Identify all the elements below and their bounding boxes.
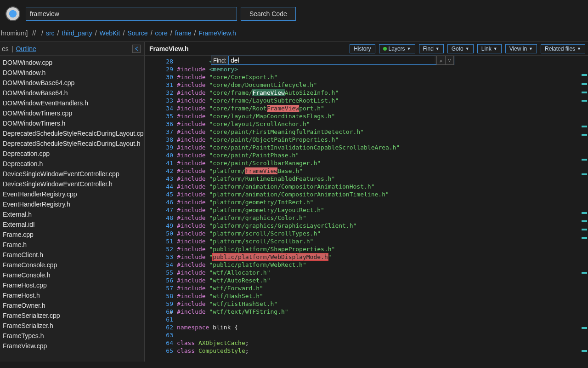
related-files-button[interactable]: Related files▼ — [541, 44, 585, 53]
file-item[interactable]: DOMWindowEventHandlers.h — [0, 98, 144, 108]
find-input[interactable] — [229, 56, 435, 64]
file-item[interactable]: External.h — [0, 209, 144, 219]
minimap-marker[interactable] — [582, 350, 587, 352]
file-item[interactable]: FrameOwner.h — [0, 300, 144, 310]
file-item[interactable]: FrameConsole.h — [0, 270, 144, 280]
find-nav: ʌ v — [436, 56, 454, 65]
file-item[interactable]: External.idl — [0, 219, 144, 230]
file-list: DOMWindow.cppDOMWindow.hDOMWindowBase64.… — [0, 56, 144, 362]
file-item[interactable]: DeviceSingleWindowEventController.cpp — [0, 169, 144, 179]
file-item[interactable]: FrameSerializer.h — [0, 321, 144, 331]
file-item[interactable]: EventHandlerRegistry.h — [0, 199, 144, 209]
code-header: FrameView.h History Layers▼ Find▼ Goto▼ … — [145, 42, 588, 56]
minimap-marker[interactable] — [582, 74, 587, 76]
svg-rect-0 — [134, 46, 139, 51]
history-button[interactable]: History — [350, 44, 375, 53]
minimap-marker[interactable] — [582, 220, 587, 222]
breadcrumb-part[interactable]: third_party — [62, 29, 92, 37]
layers-button[interactable]: Layers▼ — [379, 44, 415, 53]
minimap-marker[interactable] — [582, 272, 587, 274]
breadcrumb-root: hromium] — [1, 29, 28, 37]
file-item[interactable]: DOMWindowTimers.cpp — [0, 108, 144, 118]
sidebar-header: es | Outline — [0, 42, 144, 56]
breadcrumb-part[interactable]: frame — [175, 29, 192, 37]
link-button[interactable]: Link▼ — [477, 44, 502, 53]
minimap-marker[interactable] — [582, 229, 587, 230]
chromium-logo[interactable] — [4, 5, 22, 23]
search-input[interactable] — [26, 7, 237, 21]
collapse-panel-icon[interactable] — [132, 45, 141, 53]
file-item[interactable]: DOMWindowBase64.h — [0, 88, 144, 98]
file-item[interactable]: DOMWindowBase64.cpp — [0, 78, 144, 88]
file-item[interactable]: FrameConsole.cpp — [0, 260, 144, 270]
find-button[interactable]: Find▼ — [419, 44, 444, 53]
file-item[interactable]: FrameView.cpp — [0, 341, 144, 351]
file-item[interactable]: FrameTypes.h — [0, 331, 144, 341]
minimap-marker[interactable] — [582, 100, 587, 102]
minimap-marker[interactable] — [582, 159, 587, 161]
file-item[interactable]: FrameHost.cpp — [0, 280, 144, 290]
breadcrumb: hromium] ///src/third_party/WebKit/Sourc… — [0, 28, 588, 41]
file-item[interactable]: DOMWindow.cpp — [0, 58, 144, 68]
file-item[interactable]: FrameClient.h — [0, 250, 144, 260]
top-bar: Search Code — [0, 0, 588, 28]
minimap-marker[interactable] — [582, 327, 587, 329]
file-item[interactable]: DOMWindow.h — [0, 68, 144, 78]
file-item[interactable]: FrameHost.h — [0, 290, 144, 300]
sidebar-tab-files[interactable]: es — [2, 45, 9, 52]
minimap-marker[interactable] — [582, 92, 587, 93]
breadcrumb-part[interactable]: core — [155, 29, 168, 37]
breadcrumb-part[interactable]: FrameView.h — [198, 29, 236, 37]
file-item[interactable]: DeprecatedScheduleStyleRecalcDuringLayou… — [0, 138, 144, 149]
find-label: Find: — [211, 56, 229, 64]
status-dot-icon — [383, 47, 387, 51]
file-item[interactable]: Frame.cpp — [0, 230, 144, 240]
file-item[interactable]: DeprecatedScheduleStyleRecalcDuringLayou… — [0, 128, 144, 138]
minimap[interactable] — [581, 56, 588, 362]
file-item[interactable]: FrameSerializer.cpp — [0, 310, 144, 321]
sidebar-tab-outline[interactable]: Outline — [16, 45, 36, 52]
main-area: es | Outline DOMWindow.cppDOMWindow.hDOM… — [0, 41, 588, 362]
minimap-marker[interactable] — [582, 237, 587, 239]
minimap-marker[interactable] — [582, 173, 587, 175]
find-next-button[interactable]: v — [445, 56, 453, 64]
minimap-marker[interactable] — [582, 212, 587, 214]
minimap-marker[interactable] — [582, 134, 587, 136]
file-title: FrameView.h — [149, 45, 189, 52]
file-item[interactable]: Deprecation.h — [0, 159, 144, 169]
breadcrumb-part[interactable]: src — [46, 29, 55, 37]
line-gutter: 2829303132333435363738394041424344454647… — [145, 56, 177, 362]
chromium-icon — [6, 6, 20, 21]
code-content[interactable]: <memory>#include <memory>#include "core/… — [177, 56, 588, 362]
file-item[interactable]: DeviceSingleWindowEventController.h — [0, 179, 144, 189]
minimap-marker[interactable] — [582, 126, 587, 127]
file-item[interactable]: EventHandlerRegistry.cpp — [0, 189, 144, 199]
code-panel: FrameView.h History Layers▼ Find▼ Goto▼ … — [145, 42, 588, 362]
breadcrumb-part[interactable]: WebKit — [100, 29, 120, 37]
file-item[interactable]: Frame.h — [0, 240, 144, 250]
search-code-button[interactable]: Search Code — [241, 7, 296, 21]
find-prev-button[interactable]: ʌ — [437, 56, 445, 64]
file-item[interactable]: Deprecation.cpp — [0, 149, 144, 159]
goto-button[interactable]: Goto▼ — [447, 44, 474, 53]
breadcrumb-part[interactable]: Source — [127, 29, 147, 37]
sidebar: es | Outline DOMWindow.cppDOMWindow.hDOM… — [0, 42, 145, 362]
find-bar: Find: ʌ v — [211, 56, 454, 65]
code-area: 2829303132333435363738394041424344454647… — [145, 56, 588, 362]
file-item[interactable]: DOMWindowTimers.h — [0, 118, 144, 128]
view-in-button[interactable]: View in▼ — [505, 44, 537, 53]
minimap-marker[interactable] — [582, 83, 587, 85]
